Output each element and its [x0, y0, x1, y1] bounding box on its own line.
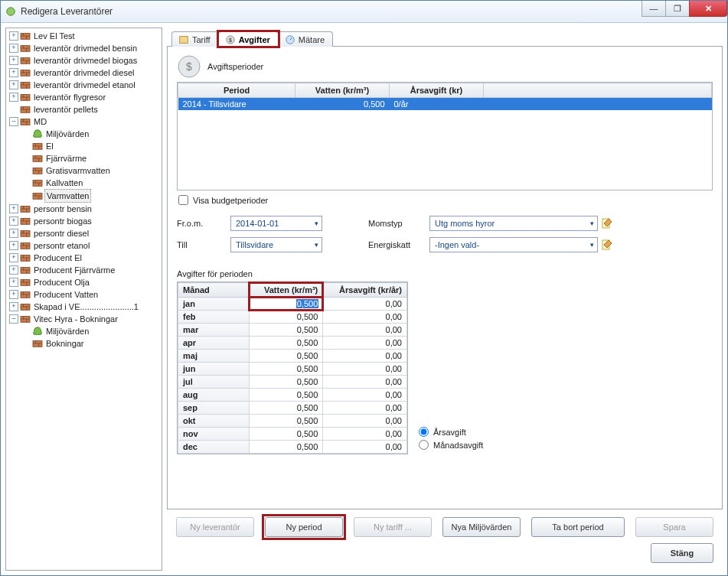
period-row[interactable]: 2014 - Tillsvidare 0,500 0/år: [178, 98, 712, 111]
tree-item[interactable]: Gratisvarmvatten: [20, 164, 162, 177]
month-row[interactable]: jun0,5000,00: [178, 363, 407, 376]
tree-expander[interactable]: +: [9, 302, 18, 311]
tree-item[interactable]: +leverantör drivmedel diesel: [8, 67, 162, 79]
tree-expander[interactable]: +: [9, 290, 18, 299]
edit-icon[interactable]: [601, 217, 613, 229]
arsavgift-month-cell[interactable]: 0,00: [323, 376, 407, 389]
tree-item[interactable]: +persontr bensin: [8, 203, 162, 215]
tree-item[interactable]: +Producent El: [8, 252, 162, 264]
till-date-combo[interactable]: Tillsvidare ▾: [230, 237, 322, 252]
tab-avgifter[interactable]: $ Avgifter: [218, 31, 279, 47]
arsavgift-month-cell[interactable]: 0,00: [323, 298, 407, 311]
month-row[interactable]: maj0,5000,00: [178, 350, 407, 363]
tree-item[interactable]: +leverantör flygresor: [8, 91, 162, 103]
vatten-month-cell[interactable]: 0,500: [250, 363, 323, 376]
tree-expander[interactable]: –: [9, 314, 18, 324]
new-supplier-button[interactable]: Ny leverantör: [176, 517, 254, 537]
period-grid[interactable]: Period Vatten (kr/m³) Årsavgift (kr) 201…: [177, 82, 713, 190]
col-arsavgift[interactable]: Årsavgift (kr): [390, 83, 484, 98]
vatten-month-cell[interactable]: 0,500: [250, 402, 323, 415]
tree-expander[interactable]: +: [9, 278, 18, 287]
col-period[interactable]: Period: [178, 83, 295, 98]
tree-item[interactable]: –Vitec Hyra - Bokningar: [8, 313, 162, 325]
month-row[interactable]: feb0,5000,00: [178, 311, 407, 324]
tree-expander[interactable]: +: [9, 229, 18, 238]
edit-icon[interactable]: [601, 239, 613, 251]
arsavgift-month-cell[interactable]: 0,00: [323, 324, 407, 337]
month-row[interactable]: mar0,5000,00: [178, 324, 407, 337]
tree-item[interactable]: +Producent Fjärrvärme: [8, 264, 162, 276]
arsavgift-month-cell[interactable]: 0,00: [323, 441, 407, 454]
tab-matare[interactable]: Mätare: [278, 31, 333, 47]
close-dialog-button[interactable]: Stäng: [651, 543, 713, 563]
new-period-button[interactable]: Ny period: [265, 517, 343, 537]
maximize-button[interactable]: ❐: [665, 1, 690, 17]
tree-expander[interactable]: –: [9, 117, 18, 126]
delete-period-button[interactable]: Ta bort period: [531, 517, 625, 537]
month-row[interactable]: okt0,5000,00: [178, 415, 407, 428]
arsavgift-month-cell[interactable]: 0,00: [323, 363, 407, 376]
tree-item[interactable]: +leverantör drivmedel etanol: [8, 79, 162, 91]
save-button[interactable]: Spara: [635, 517, 713, 537]
vatten-month-cell[interactable]: 0,500: [250, 298, 323, 311]
month-row[interactable]: dec0,5000,00: [178, 441, 407, 454]
tree-expander[interactable]: +: [9, 56, 18, 65]
arsavgift-month-cell[interactable]: 0,00: [323, 402, 407, 415]
vatten-month-cell[interactable]: 0,500: [250, 350, 323, 363]
tree-item[interactable]: +Lev El Test: [8, 30, 162, 42]
minimize-button[interactable]: —: [641, 1, 666, 17]
col-manad[interactable]: Månad: [178, 283, 250, 298]
col-vatten[interactable]: Vatten (kr/m³): [295, 83, 390, 98]
arsavgift-month-cell[interactable]: 0,00: [323, 415, 407, 428]
vatten-month-cell[interactable]: 0,500: [250, 415, 323, 428]
vatten-edit-input[interactable]: 0,500: [248, 296, 324, 311]
tree-expander[interactable]: +: [9, 31, 18, 41]
month-row[interactable]: jan0,5000,00: [178, 298, 407, 311]
tree-expander[interactable]: +: [9, 216, 18, 226]
energi-combo[interactable]: -Ingen vald- ▾: [429, 237, 598, 252]
moms-combo[interactable]: Utg moms hyror ▾: [429, 216, 598, 231]
month-row[interactable]: aug0,5000,00: [178, 389, 407, 402]
radio-arsavgift[interactable]: [419, 427, 429, 437]
tree-item[interactable]: Miljövärden: [20, 128, 162, 140]
month-row[interactable]: apr0,5000,00: [178, 337, 407, 350]
tree-item[interactable]: Fjärrvärme: [20, 152, 162, 164]
tree-item[interactable]: +Producent Olja: [8, 276, 162, 288]
tree-expander[interactable]: +: [9, 265, 18, 275]
tree-item[interactable]: +leverantör drivmedel biogas: [8, 54, 162, 67]
from-date-combo[interactable]: 2014-01-01 ▾: [230, 216, 322, 231]
month-row[interactable]: nov0,5000,00: [178, 428, 407, 441]
tree-expander[interactable]: +: [9, 253, 18, 262]
month-row[interactable]: sep0,5000,00: [178, 402, 407, 415]
vatten-month-cell[interactable]: 0,500: [250, 311, 323, 324]
tree-item[interactable]: +persontr etanol: [8, 239, 162, 252]
month-row[interactable]: jul0,5000,00: [178, 376, 407, 389]
tree-expander[interactable]: +: [9, 204, 18, 213]
new-tariff-button[interactable]: Ny tariff ...: [354, 517, 432, 537]
tree-item[interactable]: +Producent Vatten: [8, 288, 162, 301]
tree-expander[interactable]: +: [9, 93, 18, 102]
tree-expander[interactable]: +: [9, 44, 18, 53]
radio-manadsavgift[interactable]: [419, 440, 429, 450]
arsavgift-month-cell[interactable]: 0,00: [323, 350, 407, 363]
tree-expander[interactable]: +: [9, 241, 18, 250]
tree-item[interactable]: +Skapad i VE.......................1: [8, 301, 162, 313]
arsavgift-month-cell[interactable]: 0,00: [323, 337, 407, 350]
vatten-month-cell[interactable]: 0,500: [250, 428, 323, 441]
tree-item[interactable]: +leverantör drivmedel bensin: [8, 42, 162, 54]
tree-item[interactable]: Bokningar: [20, 337, 162, 350]
tree-item[interactable]: Varmvatten: [20, 189, 162, 203]
arsavgift-month-cell[interactable]: 0,00: [323, 389, 407, 402]
tree-item[interactable]: El: [20, 140, 162, 152]
tree-item[interactable]: leverantör pellets: [8, 103, 162, 116]
month-grid[interactable]: Månad Vatten (kr/m³) Årsavgift (kr/år) j…: [177, 281, 408, 454]
arsavgift-month-cell[interactable]: 0,00: [323, 311, 407, 324]
new-env-button[interactable]: Nya Miljövärden: [442, 517, 521, 537]
vatten-month-cell[interactable]: 0,500: [250, 441, 323, 454]
close-button[interactable]: ✕: [689, 1, 727, 17]
arsavgift-month-cell[interactable]: 0,00: [323, 428, 407, 441]
vatten-month-cell[interactable]: 0,500: [250, 376, 323, 389]
show-budget-checkbox[interactable]: [178, 195, 188, 205]
vatten-month-cell[interactable]: 0,500: [250, 389, 323, 402]
vatten-month-cell[interactable]: 0,500: [250, 324, 323, 337]
